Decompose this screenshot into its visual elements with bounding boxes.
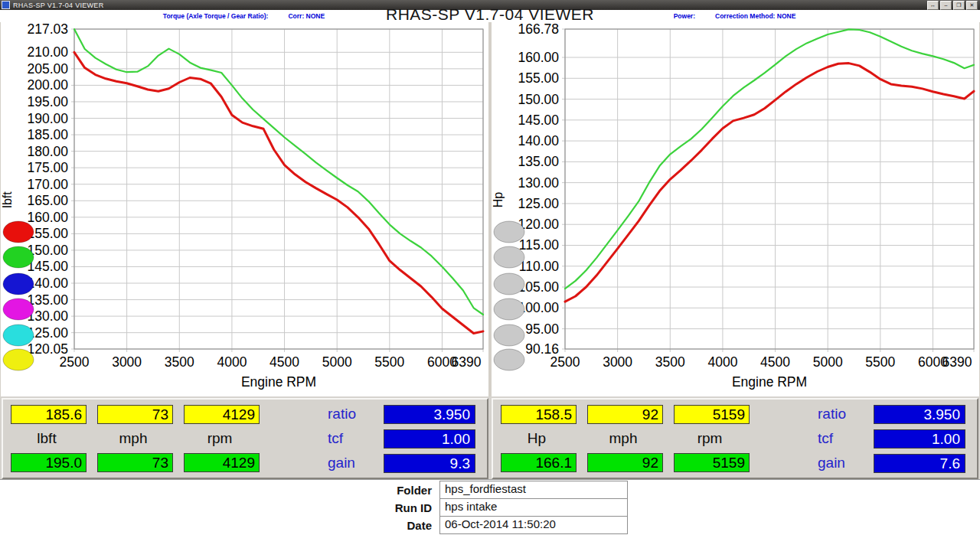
footer: HPS PERFORMANCE PRODUCTS Folderhps_fordf… [0,479,980,535]
readout-yellow-value-mph: 92 [587,405,663,424]
y-tick-label: 195.00 [27,94,68,109]
y-tick-label: 217.03 [27,22,68,37]
y-tick-label: 140.00 [518,133,559,148]
param-label-ratio: ratio [328,406,356,422]
legend-oval-green[interactable] [3,246,34,268]
legend-oval-magenta[interactable] [3,298,34,320]
legend-oval-disabled-1[interactable] [494,221,524,243]
y-tick-label: 180.00 [27,144,68,159]
dyno-viewer-window: RHAS-SP V1.7-04 VIEWER ↔–❐✕ RHAS-SP V1.7… [0,0,980,535]
y-tick-label: 160.00 [518,50,559,65]
torque-readout-panel: 185.6734129lbftmphrpm195.0734129ratio3.9… [2,398,488,479]
x-tick-label: 4000 [217,354,247,370]
run-info-row: Date06-Oct-2014 11:50:20 [358,517,628,534]
param-value-ratio[interactable]: 3.950 [874,405,965,424]
x-tick-label: 2500 [550,354,580,370]
param-value-tcf[interactable]: 1.00 [874,429,965,449]
legend-oval-yellow[interactable] [3,349,34,370]
y-tick-label: 175.00 [27,160,68,175]
param-value-tcf[interactable]: 1.00 [384,429,475,449]
y-tick-label: 210.00 [27,44,68,60]
torque-header-label: Torque (Axle Torque / Gear Ratio): [163,12,269,20]
legend-oval-disabled-3[interactable] [494,273,524,295]
y-tick-label: 155.00 [518,70,559,86]
y-tick-label: 185.00 [27,127,68,142]
run-info-label-run-id: Run ID [358,501,439,514]
x-tick-label: 5500 [374,354,404,370]
power-chart-header: Power:Correction Method: NONE [491,12,978,20]
y-tick-label: 200.00 [27,77,68,93]
param-value-gain[interactable]: 7.6 [874,454,965,473]
legend-oval-blue[interactable] [3,273,34,295]
unit-label-Hp: Hp [499,430,574,447]
y-tick-label: 115.00 [519,237,559,253]
run-info-value-run-id: hps intake [439,498,628,517]
torque-chart-panel: 217.03210.00205.00200.00195.00190.00185.… [1,22,488,396]
param-label-gain: gain [818,455,845,471]
x-axis-tick-labels: 250030003500400045005000550060006390 [550,354,972,370]
param-value-gain[interactable]: 9.3 [384,454,475,473]
y-tick-label: 165.00 [27,193,68,208]
x-tick-label: 6390 [942,354,972,370]
x-tick-label: 2500 [60,354,90,370]
x-axis-tick-labels: 250030003500400045005000550060006390 [60,354,482,370]
y-tick-label: 150.00 [518,92,559,107]
unit-label-mph: mph [96,430,171,447]
param-label-tcf: tcf [328,430,343,447]
x-tick-label: 6390 [452,354,482,370]
y-tick-label: 125.00 [518,196,559,211]
x-tick-label: 3000 [603,354,632,370]
readout-yellow-value-mph: 73 [97,405,173,424]
power-header-label: Power: [674,12,695,20]
unit-label-rpm: rpm [182,430,257,447]
power-readout-panel: 158.5925159Hpmphrpm166.1925159ratio3.950… [492,398,978,479]
x-tick-label: 4000 [707,354,737,370]
plot-area[interactable] [74,29,483,349]
x-tick-label: 3000 [112,354,142,370]
legend-oval-disabled-6[interactable] [494,349,524,370]
power-chart-panel: 166.78160.00155.00150.00145.00140.00135.… [492,22,979,396]
x-axis-title: Engine RPM [241,374,316,390]
y-tick-label: 130.00 [518,175,559,191]
y-tick-label: 190.00 [27,111,68,126]
legend-oval-disabled-2[interactable] [494,246,524,268]
x-axis-title: Engine RPM [732,374,807,390]
readout-green-value-mph: 92 [587,453,663,472]
readout-yellow-value-Hp: 158.5 [501,405,577,424]
readout-green-value-rpm: 4129 [184,453,260,472]
power-chart: 166.78160.00155.00150.00145.00140.00135.… [492,22,979,396]
y-axis-title: lbft [1,191,14,208]
x-tick-label: 5500 [865,354,895,370]
y-tick-label: 160.00 [27,210,68,225]
power-correction-label: Correction Method: NONE [715,12,795,20]
param-label-tcf: tcf [818,430,833,447]
y-tick-label: 135.00 [518,154,559,169]
unit-label-mph: mph [586,430,661,447]
readout-yellow-value-rpm: 5159 [674,405,750,424]
param-label-ratio: ratio [818,406,846,422]
torque-correction-label: Corr: NONE [288,12,325,20]
run-info-table: Folderhps_fordfiestastRun IDhps intakeDa… [358,481,628,534]
readout-green-value-lbft: 195.0 [11,453,87,472]
plot-area[interactable] [565,29,974,349]
x-tick-label: 5000 [322,354,352,370]
legend-oval-red[interactable] [3,221,34,243]
x-tick-label: 5000 [813,354,843,370]
readout-green-value-rpm: 5159 [674,453,750,472]
unit-label-rpm: rpm [672,430,747,447]
y-tick-label: 166.78 [518,22,559,37]
legend-oval-cyan[interactable] [3,325,34,346]
readout-green-value-Hp: 166.1 [501,453,577,472]
y-tick-label: 95.00 [525,321,559,337]
legend-oval-disabled-5[interactable] [494,325,524,346]
legend-oval-disabled-4[interactable] [494,298,524,320]
y-tick-label: 135.00 [27,292,68,308]
run-info-label-folder: Folder [358,484,439,497]
param-value-ratio[interactable]: 3.950 [384,405,475,424]
readout-yellow-value-lbft: 185.6 [11,405,87,424]
y-axis-title: Hp [492,192,505,208]
run-info-label-date: Date [358,519,439,532]
x-tick-label: 4500 [760,354,790,370]
torque-chart: 217.03210.00205.00200.00195.00190.00185.… [1,22,488,396]
y-tick-label: 170.00 [27,177,68,192]
